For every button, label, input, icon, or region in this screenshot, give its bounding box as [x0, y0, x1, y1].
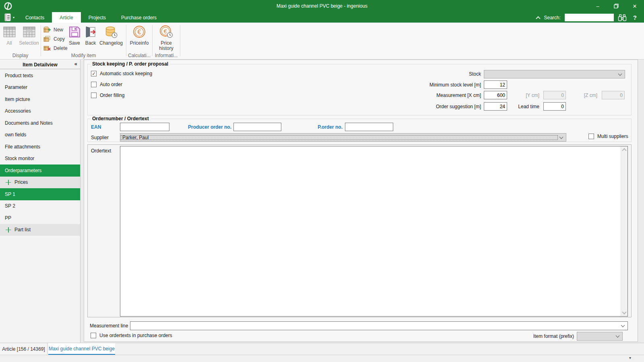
item-format-dropdown[interactable] — [577, 332, 623, 341]
measurement-line-dropdown[interactable] — [130, 321, 628, 330]
producer-order-input[interactable] — [233, 123, 281, 131]
ribbon-group-label: Display — [0, 53, 41, 58]
checkbox-unchecked[interactable] — [91, 93, 97, 98]
box-delete-icon — [43, 45, 51, 51]
all-button[interactable]: All — [1, 25, 17, 53]
order-filling-checkbox[interactable]: Order filling — [91, 93, 124, 98]
table-grid-icon — [23, 25, 35, 39]
tab-maxi-guide-channel[interactable]: Maxi guide channel PVC beige — [48, 343, 115, 355]
use-ordertexts-checkbox[interactable]: Use ordertexts in purchase orders — [91, 333, 172, 338]
changelog-button[interactable]: Changelog — [98, 25, 124, 53]
priceinfo-button[interactable]: € Priceinfo — [128, 25, 151, 53]
stock-dropdown[interactable] — [484, 70, 625, 78]
measurement-line-label: Measurement line — [90, 323, 134, 329]
measurement-y-input — [543, 91, 566, 99]
ribbon-toolbar: All Selection Display New Copy Delete — [0, 23, 644, 60]
measurement-x-label: Measurement [X cm] — [329, 93, 481, 98]
stock-keeping-section: Stock keeping / P. order proposal ✓ Auto… — [87, 64, 632, 115]
sidebar-item-sp2[interactable]: SP 2 — [0, 200, 80, 212]
sidebar-item-part-list[interactable]: Part list — [0, 224, 80, 236]
copy-button[interactable]: Copy — [43, 34, 68, 43]
ean-label: EAN — [91, 124, 115, 130]
restore-button[interactable] — [607, 0, 625, 12]
order-suggestion-input[interactable] — [484, 102, 507, 111]
measurement-z-input — [602, 91, 625, 99]
menubar: ▾ Contacts Article Projects Purchase ord… — [0, 12, 644, 23]
ribbon-separator — [180, 25, 180, 56]
auto-order-checkbox[interactable]: Auto order — [91, 82, 122, 87]
ordertext-input[interactable] — [120, 146, 621, 316]
new-button[interactable]: New — [43, 25, 68, 34]
sidebar-item-product-texts[interactable]: Product texts — [0, 70, 80, 82]
sidebar-item-orderparameters[interactable]: Orderparameters — [0, 165, 80, 177]
scroll-down-icon[interactable] — [622, 310, 626, 314]
app-menu-button[interactable]: ▾ — [4, 13, 14, 22]
scroll-up-icon[interactable] — [622, 148, 626, 152]
delete-button[interactable]: Delete — [43, 43, 68, 53]
supplier-label: Supplier — [91, 135, 115, 140]
sidebar-item-accessories[interactable]: Accessories — [0, 105, 80, 117]
min-stock-input[interactable] — [484, 80, 507, 89]
ribbon-group-label: Modify item — [41, 53, 126, 58]
back-button[interactable]: Back — [83, 25, 99, 53]
help-button[interactable]: ? — [631, 14, 639, 21]
checkbox-unchecked[interactable] — [91, 333, 96, 338]
floppy-icon — [68, 25, 81, 39]
search-label: Search: — [544, 15, 560, 21]
ordertext-section: Ordertext — [87, 144, 632, 317]
checkbox-unchecked[interactable] — [91, 82, 97, 87]
sidebar-item-item-picture[interactable]: Item picture — [0, 93, 80, 105]
sidebar-item-sp1[interactable]: SP 1 — [0, 188, 80, 200]
ribbon-group-information: € Price history Informati... — [153, 23, 180, 59]
ribbon-group-label: Informati... — [153, 53, 180, 58]
collapse-ribbon-icon[interactable] — [536, 16, 541, 21]
sidebar-item-documents-and-notes[interactable]: Documents and Notes — [0, 117, 80, 129]
door-exit-icon — [85, 25, 97, 39]
menu-tab-contacts[interactable]: Contacts — [18, 12, 52, 23]
ordertext-label: Ordertext — [91, 148, 111, 154]
lead-time-input[interactable] — [543, 102, 566, 111]
vertical-scrollbar[interactable] — [621, 146, 627, 316]
menu-tab-projects[interactable]: Projects — [81, 12, 114, 23]
titlebar: Maxi guide channel PVC beige - ingenious… — [0, 0, 644, 12]
item-format-label: Item format (prefix) — [493, 333, 574, 339]
close-button[interactable]: ✕ — [625, 0, 644, 12]
menu-tab-article[interactable]: Article — [52, 12, 80, 23]
chevron-down-icon — [618, 72, 622, 76]
automatic-stock-keeping-checkbox[interactable]: ✓ Automatic stock keeping — [91, 71, 152, 76]
selection-button[interactable]: Selection — [18, 25, 40, 53]
sidebar-item-stock-monitor[interactable]: Stock monitor — [0, 153, 80, 165]
sidebar-item-pp[interactable]: PP — [0, 212, 80, 224]
checkbox-checked[interactable]: ✓ — [91, 71, 97, 76]
splitter-handle-icon[interactable]: ▾ — [629, 356, 631, 360]
ribbon-group-modify-item: New Copy Delete Save Back — [41, 23, 126, 59]
search-input[interactable] — [565, 14, 614, 21]
ribbon-group-display: All Selection Display — [0, 23, 41, 59]
lead-time-label: Lead time — [507, 104, 539, 109]
checkbox-unchecked[interactable] — [588, 134, 594, 139]
workspace: Item Detailview « Product texts Paramete… — [0, 60, 644, 343]
binoculars-icon[interactable] — [618, 14, 627, 22]
sidebar-item-detailview: Item Detailview « Product texts Paramete… — [0, 60, 80, 343]
box-copy-icon — [43, 35, 51, 42]
sidebar-item-file-attachments[interactable]: File attachments — [0, 141, 80, 153]
collapse-sidebar-icon[interactable]: « — [74, 61, 77, 67]
bottom-tabbar: Article [156 / 14369] Maxi guide channel… — [0, 343, 644, 355]
sidebar-item-own-fields[interactable]: own fields — [0, 129, 80, 141]
sidebar-item-parameter[interactable]: Parameter — [0, 82, 80, 94]
supplier-dropdown[interactable]: Parker, Paul — [120, 133, 566, 142]
euro-coin-clock-icon: € — [159, 25, 173, 39]
measurement-x-input[interactable] — [484, 91, 507, 99]
sidebar-item-prices[interactable]: Prices — [0, 177, 80, 189]
save-button[interactable]: Save — [67, 25, 82, 53]
measurement-y-label: [Y cm] — [507, 93, 539, 98]
price-history-button[interactable]: € Price history — [155, 25, 178, 53]
p-order-input[interactable] — [345, 123, 393, 131]
tab-article-list[interactable]: Article [156 / 14369] — [0, 343, 47, 355]
minimize-button[interactable]: – — [588, 0, 607, 12]
multi-suppliers-checkbox[interactable]: Multi suppliers — [588, 134, 628, 139]
menu-tab-purchase-orders[interactable]: Purchase orders — [114, 12, 164, 23]
table-grid-icon — [3, 25, 16, 39]
euro-coin-icon: € — [132, 25, 146, 39]
ribbon-group-calculation: € Priceinfo Calculati... — [126, 23, 152, 59]
